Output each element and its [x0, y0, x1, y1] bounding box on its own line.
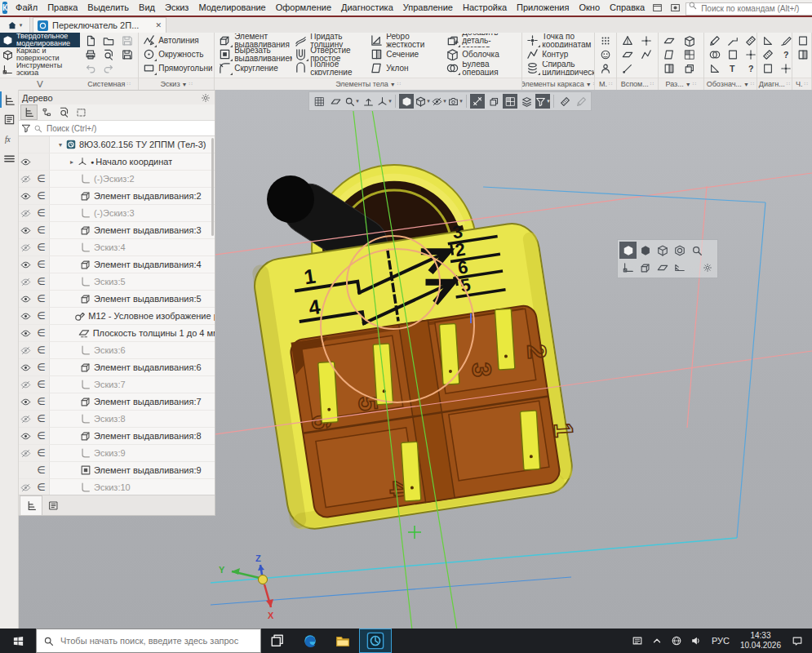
toolbar-icon[interactable] — [637, 33, 655, 48]
toolbar-icon[interactable] — [660, 47, 678, 62]
units-grid-icon[interactable] — [312, 94, 326, 109]
ribbon-tool[interactable]: Уклон — [368, 61, 444, 75]
structure-tab[interactable] — [42, 495, 64, 515]
toolbar-icon[interactable] — [597, 61, 615, 76]
eye-off-icon[interactable] — [18, 174, 33, 184]
tree-item[interactable]: ∈Эскиз:6 — [18, 342, 215, 359]
scene-image-button[interactable]: ▾ — [448, 94, 463, 109]
cube-sphere-button[interactable] — [671, 242, 688, 259]
ribbon-tool[interactable]: Контур — [524, 47, 594, 61]
parameters-panel-icon[interactable] — [0, 109, 18, 129]
menu-item[interactable]: Правка — [42, 1, 82, 15]
eye-off-icon[interactable] — [18, 345, 33, 356]
toolbar-icon[interactable] — [660, 33, 678, 48]
tree-search[interactable] — [18, 121, 215, 136]
ribbon-tool[interactable]: Скругление — [216, 61, 292, 75]
tree-item[interactable]: ∈Элемент выдавливания:2 — [18, 188, 215, 205]
toolbar-icon[interactable] — [597, 47, 615, 62]
ribbon-tool[interactable]: Спираль цилиндрическ... — [524, 61, 594, 75]
toolbar-icon[interactable] — [619, 47, 637, 62]
ribbon-tool[interactable]: Ребро жесткости — [368, 33, 444, 47]
wire-cube-button[interactable] — [654, 242, 671, 259]
ribbon-tool[interactable]: Оболочка — [444, 47, 520, 61]
settings-gear-icon[interactable] — [699, 259, 716, 276]
expander-icon[interactable]: ▸ — [68, 158, 76, 166]
eye-off-icon[interactable] — [18, 242, 33, 253]
menu-item[interactable]: Справка — [605, 1, 650, 15]
kompas-app-button[interactable] — [359, 629, 392, 653]
tray-expand-icon[interactable] — [647, 629, 667, 653]
section-ruler-button[interactable] — [671, 259, 688, 276]
thin-plane-button[interactable] — [654, 259, 671, 276]
eye-off-icon[interactable] — [18, 208, 33, 219]
tree-item[interactable]: ∈Элемент выдавливания:5 — [18, 291, 215, 308]
eye-off-icon[interactable] — [18, 277, 33, 287]
eye-icon[interactable] — [18, 191, 33, 202]
ribbon-tool[interactable]: Булева операция — [444, 61, 520, 75]
tree-item[interactable]: ∈(-)Эскиз:2 — [18, 171, 215, 188]
menu-item[interactable]: Выделить — [82, 1, 134, 15]
toolbar-icon[interactable] — [619, 61, 637, 76]
toolbar-icon[interactable] — [597, 33, 615, 48]
news-widget-icon[interactable] — [628, 629, 647, 653]
tree-item[interactable]: ∈Элемент выдавливания:9 — [18, 462, 215, 479]
command-search-input[interactable] — [686, 2, 812, 16]
ribbon-tool[interactable]: Точка по координатам — [524, 33, 594, 47]
eye-icon[interactable] — [18, 311, 33, 322]
print[interactable] — [82, 47, 100, 62]
eye-off-icon[interactable] — [18, 414, 33, 424]
start-button[interactable] — [0, 629, 36, 653]
network-icon[interactable] — [667, 629, 686, 653]
ribbon-tool[interactable]: Окружность — [140, 47, 212, 61]
tree-item[interactable]: ∈Эскиз:5 — [18, 273, 215, 291]
tree-item[interactable]: ∈Элемент выдавливания:3 — [18, 222, 215, 239]
menu-item[interactable]: Моделирование — [193, 1, 270, 15]
include-in-calc-icon[interactable]: ∈ — [33, 447, 49, 459]
toolbar-icon[interactable] — [724, 47, 742, 62]
tree-item[interactable]: ▾8Ю3.602.156 ТУ 2ППМ (Тел-3) — [18, 136, 215, 153]
undo[interactable] — [82, 61, 100, 76]
save-as[interactable] — [118, 47, 136, 62]
toolbar-icon[interactable] — [759, 47, 777, 62]
tree-item[interactable]: ∈Эскиз:8 — [18, 411, 215, 428]
tree-scrollbar[interactable] — [211, 138, 214, 236]
display-mode-button[interactable]: ▾ — [415, 94, 430, 109]
tree-area-button[interactable] — [73, 105, 89, 119]
include-in-calc-icon[interactable]: ∈ — [33, 310, 49, 322]
tree-item[interactable]: ∈Плоскость толщины 1 до 4 мм — [18, 325, 215, 342]
volume-icon[interactable] — [686, 629, 706, 653]
eye-icon[interactable] — [18, 260, 33, 270]
ribbon-tool[interactable]: Придать толщину — [292, 33, 368, 47]
new-document[interactable] — [82, 33, 100, 48]
solid-hex-button[interactable] — [637, 242, 654, 259]
eye-off-icon[interactable] — [18, 380, 33, 390]
toolbar-icon[interactable] — [619, 33, 637, 48]
taskbar-search-input[interactable] — [59, 635, 254, 646]
variables-panel-icon[interactable]: fx — [0, 129, 18, 149]
include-in-calc-icon[interactable]: ∈ — [33, 464, 49, 476]
include-in-calc-icon[interactable]: ∈ — [33, 190, 49, 202]
toolbar-icon[interactable] — [681, 61, 699, 76]
axes-button[interactable]: ▾ — [377, 94, 392, 109]
toolbar-icon[interactable] — [681, 33, 699, 48]
tree-search-input[interactable] — [45, 123, 211, 134]
tree-item[interactable]: ∈Элемент выдавливания:4 — [18, 256, 215, 273]
menu-item[interactable]: Окно — [574, 1, 605, 15]
hide-objects-button[interactable]: ▾ — [432, 94, 446, 109]
tree-item[interactable]: ∈(-)Эскиз:3 — [18, 205, 215, 222]
eye-off-icon[interactable] — [18, 482, 33, 493]
include-in-calc-icon[interactable]: ∈ — [33, 379, 49, 390]
layers-button[interactable] — [519, 94, 534, 109]
language-indicator[interactable]: РУС — [708, 636, 734, 646]
menu-item[interactable]: Оформление — [271, 1, 336, 15]
dimensions-toggle[interactable] — [470, 94, 485, 109]
include-in-calc-icon[interactable]: ∈ — [33, 413, 49, 424]
tree-item[interactable]: ∈Эскиз:7 — [18, 376, 215, 393]
eye-icon[interactable] — [18, 362, 33, 373]
zoom-button[interactable]: ▾ — [344, 94, 359, 109]
panels-menu-icon[interactable] — [0, 149, 18, 168]
save[interactable] — [118, 33, 136, 48]
expander-icon[interactable]: ▾ — [56, 141, 64, 149]
ribbon-tool[interactable]: Добавить деталь-заготов... — [444, 33, 520, 47]
include-in-calc-icon[interactable]: ∈ — [33, 344, 49, 356]
